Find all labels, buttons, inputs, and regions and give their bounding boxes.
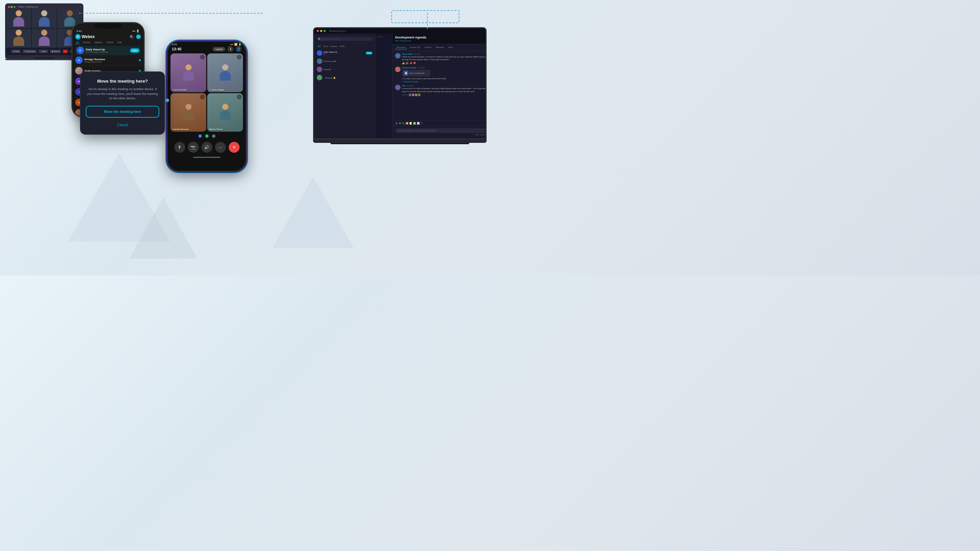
sidebar-item-general[interactable]: General <box>314 65 375 73</box>
chat-header: Development Agenda ENG Deployment Meet <box>392 34 487 44</box>
meeting-info-design: Design Reviews Design Department <box>84 58 137 63</box>
end-call-button[interactable]: ✕ <box>229 142 240 153</box>
share-button[interactable]: ↑ Share <box>39 50 48 53</box>
status-dot-green <box>205 134 208 138</box>
msg-time-umar: 8:12 AM <box>414 53 420 55</box>
mute-button[interactable]: 🎙 Mute <box>11 50 21 53</box>
dashed-highlight-rect <box>391 10 460 23</box>
dark-close-dot <box>317 30 319 32</box>
nav-spaces[interactable]: Spaces <box>94 41 103 44</box>
list-item-design-reviews[interactable]: D Design Reviews Design Department <box>75 55 141 66</box>
sidebar-filter-all[interactable]: All Direct Spaces Public <box>314 43 375 49</box>
move-meeting-button[interactable]: Move the meeting here <box>86 106 159 118</box>
tab-apps[interactable]: Apps <box>447 46 454 49</box>
nav-directs[interactable]: Directs <box>82 41 92 44</box>
msg-avatar-umar <box>395 53 401 59</box>
search-bar[interactable]: 🔍 Search, meet, and call <box>317 37 372 41</box>
status-dots <box>168 132 246 140</box>
nav-teams[interactable]: Teams <box>105 41 115 44</box>
cancel-button[interactable]: Cancel <box>86 121 159 130</box>
chat-messages-area: Umar Patel 8:12 AM I think we should all… <box>392 51 487 121</box>
chat-tabs: Messages People (30) Content Meetings Ap… <box>392 44 487 51</box>
seen-avatar-1 <box>409 94 411 96</box>
msg-seen-by: Seen by <box>402 94 487 96</box>
bg-decoration-2 <box>129 197 197 259</box>
tile-more-btn-3[interactable]: ··· <box>200 95 205 99</box>
video-name-henry: Henry Riggs <box>212 89 224 91</box>
meeting-sub-daily: 13:29 Joined on desktop <box>86 51 130 53</box>
sidebar-avatar-daily <box>317 50 322 56</box>
sidebar-avatar-umar <box>317 59 322 64</box>
speaker-button[interactable]: 🔊 <box>202 142 212 153</box>
message-clarissa: Clarissa Smith 10:14 AM 📄 project-roadma… <box>395 67 487 83</box>
compose-input[interactable]: Write a message to Development Agenda <box>395 128 487 133</box>
webex-nav-bar: All Directs Spaces Teams Edit <box>75 41 141 44</box>
participant-5 <box>32 29 57 48</box>
more-options-button[interactable]: ··· <box>215 142 226 153</box>
sidebar-name-umar: Out for a walk <box>324 60 336 62</box>
tab-messages[interactable]: Messages <box>395 46 407 49</box>
webex-logo-icon: ᗑ <box>75 34 81 40</box>
dark-titlebar: Working from home ★ <box>314 28 485 34</box>
dark-minimize-dot <box>320 30 322 32</box>
video-name-clarissa: Clarissa Smith <box>172 89 187 91</box>
sidebar-item-umar[interactable]: Out for a walk <box>314 57 375 65</box>
tile-more-btn-4[interactable]: ··· <box>237 95 242 99</box>
message-you: You 8:30 AM I know we're on tight schedu… <box>395 85 487 96</box>
tab-content[interactable]: Content <box>423 46 433 49</box>
file-attachment[interactable]: 📄 project-roadmap.doc ↓ <box>402 70 430 76</box>
move-meeting-dialog: Move the meeting here? You're already in… <box>80 71 165 135</box>
tab-meetings[interactable]: Meetings <box>434 46 445 49</box>
tab-people[interactable]: People (30) <box>408 46 422 49</box>
participants-icon[interactable]: 👤 <box>235 46 242 52</box>
dark-app-layout: 🔍 Search, meet, and call All Direct Spac… <box>314 34 485 138</box>
join-button[interactable]: Join <box>130 48 140 53</box>
participant-4 <box>6 29 31 48</box>
dialog-title: Move the meeting here? <box>86 79 159 84</box>
nav-all[interactable]: All <box>75 41 80 44</box>
reply-thread-link[interactable]: ↩ Reply to thread <box>402 80 447 83</box>
end-call-button[interactable]: ✕ <box>63 50 68 53</box>
status-dot-blue <box>198 134 202 138</box>
stop-video-button[interactable]: 📷 Stop video <box>23 50 37 53</box>
msg-content-you: You 8:30 AM I know we're on tight schedu… <box>402 85 487 96</box>
meeting-name-design: Design Reviews <box>84 58 137 61</box>
camera-button[interactable]: 📷 <box>188 142 199 153</box>
file-action[interactable]: ↓ <box>428 72 429 74</box>
msg-extra-clarissa: +1 to that. Can't wait to see what the f… <box>402 77 447 80</box>
participant-2 <box>32 9 57 28</box>
tile-more-btn-1[interactable]: ··· <box>200 55 205 60</box>
sidebar-avatar-something <box>317 75 322 80</box>
connector-dot <box>166 98 169 102</box>
file-icon: 📄 <box>404 71 408 76</box>
sidebar-item-daily[interactable]: Daily Stand Up 5 ♪ 13:40 <box>314 49 375 57</box>
record-button[interactable]: ⏺ Record <box>50 50 61 53</box>
sidebar-sub-daily: 5 ♪ <box>324 53 337 55</box>
meeting-name-daily: Daily Stand Up <box>86 48 130 51</box>
layout-badge[interactable]: Layout <box>213 47 225 51</box>
phone-status-bar: 9:41 ▪▪▪ 🔋 <box>73 29 143 33</box>
close-dot <box>8 6 10 8</box>
toolbar-actions: ➕ 🖼 📎 😊 📝 ✅ 📊 ☑ <box>392 121 487 126</box>
webex-app-header: ᗑ Webex 🔍 + <box>75 34 141 40</box>
video-status-time: 9:41 <box>172 43 177 46</box>
dark-maximize-dot <box>324 30 326 32</box>
laptop-window-title: Webex • Meeting Info <box>18 6 38 8</box>
video-tile-henry: ··· 🎙 Henry Riggs <box>207 53 243 92</box>
phone-video-call: 9:41 ▪▪▪ 📶 🔋 13:40 Layout ℹ 👤 ··· Claris… <box>167 41 247 172</box>
video-status-icons: ▪▪▪ 📶 🔋 <box>231 43 242 46</box>
status-icons: ▪▪▪ 🔋 <box>132 30 140 33</box>
chat-title: Development Agenda <box>395 36 426 39</box>
list-item-daily-standup[interactable]: D Daily Stand Up 13:29 Joined on desktop… <box>75 46 141 55</box>
tile-more-btn-2[interactable]: ··· <box>237 55 242 60</box>
seen-avatar-2 <box>412 94 414 96</box>
video-status-bar: 9:41 ▪▪▪ 📶 🔋 <box>168 42 246 46</box>
nav-edit[interactable]: Edit <box>117 41 123 44</box>
sidebar-item-something[interactable]: ...thing up 🔔 <box>314 73 375 82</box>
webex-app-title: Webex <box>82 34 95 39</box>
search-icon[interactable]: 🔍 <box>129 34 134 39</box>
compose-icon[interactable]: + <box>136 34 141 39</box>
mic-button[interactable]: 🎙 <box>174 142 185 153</box>
info-icon[interactable]: ℹ <box>227 46 234 52</box>
sidebar-name-general: General <box>324 68 331 70</box>
